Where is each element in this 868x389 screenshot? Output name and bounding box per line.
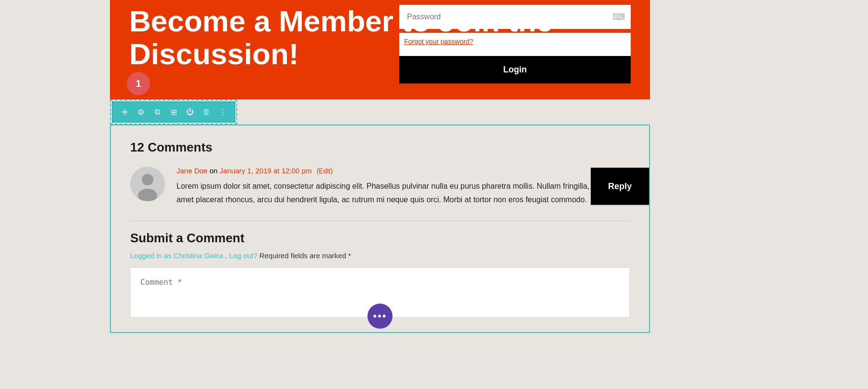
avatar [130,167,165,201]
period: . [225,251,229,260]
comment-author: Jane Doe [176,167,207,175]
svg-point-1 [142,174,153,185]
login-form: ⌨ Forgot your password? Login [399,5,631,83]
comments-section: 12 Comments Jane Doe on January 1, 2019 … [110,125,650,333]
power-icon[interactable]: ⏻ [183,105,197,119]
more-icon[interactable]: ⋮ [216,105,230,119]
comment-body: Jane Doe on January 1, 2019 at 12:00 pm … [176,167,630,206]
move-icon[interactable]: ✛ [118,105,131,119]
submit-heading: Submit a Comment [130,231,630,246]
reply-button[interactable]: Reply [591,168,649,205]
toolbar-dashed-wrapper: ✛ ⚙ ⧉ ⊞ ⏻ 🗑 ⋮ [110,99,237,125]
grid-icon[interactable]: ⊞ [167,105,180,119]
comment-input-wrapper: ••• [130,267,630,318]
fab-button[interactable]: ••• [367,304,393,329]
comment-text: Lorem ipsum dolor sit amet, consectetur … [176,180,630,206]
block-toolbar: ✛ ⚙ ⧉ ⊞ ⏻ 🗑 ⋮ [112,101,235,123]
avatar-silhouette [130,167,165,201]
forgot-password-link[interactable]: Forgot your password? [404,36,626,47]
main-content: ✛ ⚙ ⧉ ⊞ ⏻ 🗑 ⋮ 12 Comments Jane Doe [110,99,650,333]
password-input[interactable] [399,5,631,29]
comment-on: on [209,167,219,175]
delete-icon[interactable]: 🗑 [200,105,213,119]
duplicate-icon[interactable]: ⧉ [150,105,164,119]
comment-date: January 1, 2019 at 12:00 pm [219,167,312,175]
settings-icon[interactable]: ⚙ [134,105,148,119]
fab-dots-icon: ••• [373,310,387,322]
logged-in-text: Logged in as [130,251,172,260]
logged-in-link[interactable]: Logged in as Christina Gwira [130,251,225,260]
logout-link[interactable]: Log out? [229,251,257,260]
comment-meta: Jane Doe on January 1, 2019 at 12:00 pm … [176,167,630,175]
password-toggle-icon: ⌨ [612,12,625,22]
comment-item: Jane Doe on January 1, 2019 at 12:00 pm … [130,167,630,206]
login-button[interactable]: Login [399,56,631,83]
logged-in-user: Christina Gwira [174,251,223,260]
banner-section: Become a Member to Join the Discussion! … [110,0,650,99]
submit-meta: Logged in as Christina Gwira . Log out? … [130,251,630,260]
required-fields-text: Required fields are marked * [259,251,351,260]
submit-comment-section: Submit a Comment Logged in as Christina … [130,221,630,318]
comment-edit-link[interactable]: (Edit) [316,167,332,175]
password-field-wrapper: ⌨ [399,5,631,29]
comments-heading: 12 Comments [130,140,630,155]
